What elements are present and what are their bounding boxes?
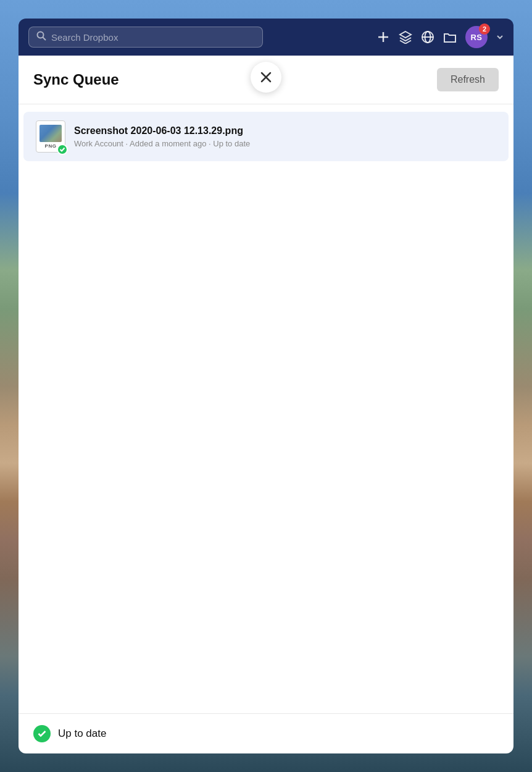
file-list: PNG Screenshot 2020-06-03 12.13.29.png W… [19, 104, 513, 713]
file-type-label: PNG [45, 143, 57, 149]
close-button[interactable] [251, 62, 281, 93]
panel-title: Sync Queue [33, 71, 119, 88]
file-item[interactable]: PNG Screenshot 2020-06-03 12.13.29.png W… [23, 112, 509, 161]
app-container: RS 2 Sync Queue Refresh [19, 19, 513, 753]
search-input[interactable] [51, 32, 255, 43]
folder-icon[interactable] [443, 30, 457, 44]
file-info: Screenshot 2020-06-03 12.13.29.png Work … [74, 125, 496, 148]
search-box[interactable] [28, 27, 263, 48]
file-meta: Work Account · Added a moment ago · Up t… [74, 139, 496, 148]
sync-queue-panel: Sync Queue Refresh PNG [19, 56, 513, 753]
add-icon[interactable] [376, 30, 390, 44]
svg-marker-4 [400, 31, 411, 38]
footer-status-text: Up to date [58, 728, 106, 740]
avatar-wrap[interactable]: RS 2 [465, 26, 488, 48]
navbar: RS 2 [19, 19, 513, 56]
chevron-down-icon[interactable] [496, 33, 504, 41]
file-status: Up to date [213, 139, 250, 148]
sync-check-badge [57, 144, 68, 155]
file-account: Work Account [74, 139, 123, 148]
globe-icon[interactable] [421, 30, 434, 44]
notification-badge: 2 [479, 23, 490, 35]
svg-point-0 [38, 32, 44, 38]
panel-footer: Up to date [19, 713, 513, 753]
file-added: Added a moment ago [130, 139, 206, 148]
nav-icons: RS 2 [376, 26, 504, 48]
footer-status-icon [33, 725, 51, 742]
file-name: Screenshot 2020-06-03 12.13.29.png [74, 125, 496, 136]
svg-line-1 [43, 38, 46, 41]
refresh-button[interactable]: Refresh [437, 68, 499, 91]
layers-icon[interactable] [399, 30, 412, 44]
file-icon-wrap: PNG [36, 120, 65, 153]
screenshot-thumb [39, 125, 62, 142]
search-icon [36, 31, 46, 43]
